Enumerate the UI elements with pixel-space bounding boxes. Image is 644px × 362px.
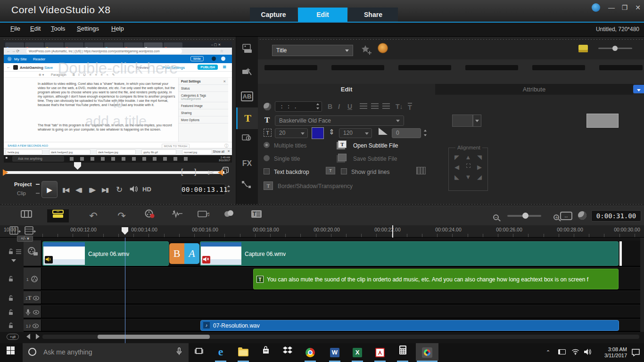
tab-attribute-panel[interactable]: Attribute [435,84,633,95]
repeat-button[interactable]: ↻ [116,185,123,195]
videostudio-taskbar-icon[interactable] [416,343,438,361]
timeline-timecode[interactable]: 0:00:31.00 [591,210,641,222]
title-gallery[interactable] [258,59,644,84]
overlay-graphics-icon[interactable] [236,130,258,152]
duration-down-icon[interactable] [316,107,319,109]
word-icon[interactable]: W [324,343,345,361]
style-preset-dropdown[interactable] [473,115,481,127]
corel-guide-icon[interactable] [592,3,600,12]
underline-button[interactable]: U [347,103,352,110]
undo-button[interactable]: ↶ [85,209,102,222]
menu-settings[interactable]: Settings [77,25,99,32]
scrubber-track[interactable] [5,171,224,174]
dropbox-icon[interactable] [277,343,298,361]
fit-project-icon[interactable]: ↔ [560,212,572,220]
pane-grip[interactable] [238,38,643,41]
play-button[interactable]: ▶ [41,181,58,198]
hd-preview-button[interactable]: HD [142,186,151,193]
timeline-ruler[interactable]: 10.00 00:00:12.00 00:00:14.00 00:00:16.0… [0,225,644,238]
tray-clock[interactable]: 3:08 AM3/11/2017 [595,346,627,359]
previous-frame-button[interactable]: ◀▮ [75,186,82,193]
volume-tray-icon[interactable] [584,348,592,357]
title-icon[interactable]: T [236,107,258,129]
text-backdrop-label[interactable]: Text backdrop [274,169,309,175]
multiple-titles-radio[interactable] [264,142,270,148]
rotation-field[interactable]: 0 [392,128,421,138]
text-backdrop-checkbox[interactable] [264,168,270,174]
record-capture-button[interactable] [141,209,158,222]
auto-music-button[interactable]: ♬ [195,209,212,222]
clip-edge-handle[interactable] [619,241,622,266]
align-bottom-right-icon[interactable]: ◢ [474,173,485,181]
lock-track-icon[interactable] [8,322,14,330]
next-frame-button[interactable]: ▮▶ [89,186,95,193]
italic-button[interactable]: I [338,103,340,110]
mark-out-button[interactable]: ] [194,168,196,176]
collapse-panel-button[interactable] [633,85,644,93]
style-preset-box[interactable] [452,115,473,127]
overlay-track-header[interactable]: 1 [24,268,41,289]
subtitle-editor-button[interactable]: T [248,209,265,222]
trim-start-handle[interactable] [3,169,8,176]
task-view-button[interactable] [189,343,209,361]
action-center-icon[interactable] [632,349,640,358]
lock-track-icon[interactable] [8,295,14,303]
motion-path-icon[interactable] [236,176,258,198]
video-clip[interactable]: Capture 06.wmv [200,241,619,266]
timecode-down-icon[interactable] [227,190,230,192]
align-left-icon[interactable]: ◀ [451,164,462,171]
gallery-category-select[interactable]: Title [272,45,353,56]
enlarge-preview-icon[interactable] [222,169,227,174]
font-color-swatch[interactable] [312,127,324,139]
expand-track-icon[interactable] [11,259,16,262]
timecode-up-icon[interactable] [227,185,230,187]
clip-mode-label[interactable]: Clip [17,190,26,196]
tray-expand-icon[interactable]: ⌃ [546,349,550,355]
timeline-vscrollbar[interactable] [640,238,644,332]
swap-track-button[interactable]: +⇄ [7,334,19,340]
multiple-titles-label[interactable]: Multiple titles [274,142,306,149]
track-manager-icon[interactable] [9,226,21,236]
wifi-icon[interactable] [571,348,579,357]
align-top-left-icon[interactable]: ◤ [451,154,462,161]
align-bottom-left-icon[interactable]: ◣ [451,173,462,181]
align-bottom-icon[interactable]: ▼ [462,173,474,181]
split-clip-icon[interactable]: ✂ [207,168,215,178]
title-clip[interactable]: T You can also mute the suond of the cli… [253,269,619,289]
align-right-icon[interactable] [382,103,390,109]
align-top-right-icon[interactable]: ◥ [474,154,485,161]
cortana-search[interactable]: Ask me anything [23,343,189,362]
duration-field[interactable]: : : . [275,101,322,112]
voice-track-header[interactable] [24,305,41,318]
video-track-header[interactable] [24,240,41,266]
font-size-select[interactable]: 20 [275,128,308,138]
zoom-in-icon[interactable]: + [553,214,559,220]
lock-track-icon[interactable] [8,248,14,256]
storyboard-view-button[interactable] [18,209,35,222]
start-button[interactable] [0,343,21,361]
music-track-header[interactable]: 1♪ [24,320,41,331]
track-options-icon[interactable] [16,248,22,256]
align-center-icon[interactable] [462,164,474,171]
thumbnail-view-icon[interactable] [578,45,588,52]
align-right-icon[interactable]: ▶ [474,164,485,171]
title-overlay-line2[interactable]: to [4,96,232,111]
align-center-icon[interactable] [371,103,379,109]
redo-button[interactable]: ↷ [113,209,130,222]
timeline-view-button[interactable] [47,209,69,222]
scroll-right-icon[interactable] [36,334,40,339]
menu-file[interactable]: File [10,25,20,32]
transition-a-half[interactable]: A [184,243,199,264]
minimize-button[interactable]: — [606,4,617,11]
go-to-start-button[interactable]: ▮◀ [62,186,68,193]
horizontal-text-icon[interactable]: T [408,103,412,111]
instant-project-icon[interactable] [236,63,258,85]
tab-capture[interactable]: Capture [250,8,297,22]
tab-share[interactable]: Share [348,8,398,22]
save-subtitle-icon[interactable] [338,154,347,161]
menu-edit[interactable]: Edit [30,25,41,32]
preview-timecode[interactable]: 00:00:13.11 [181,184,225,195]
lock-track-icon[interactable] [8,309,14,317]
playhead-line[interactable] [125,238,125,344]
open-subtitle-button[interactable]: Open Subtitle File [353,142,398,149]
